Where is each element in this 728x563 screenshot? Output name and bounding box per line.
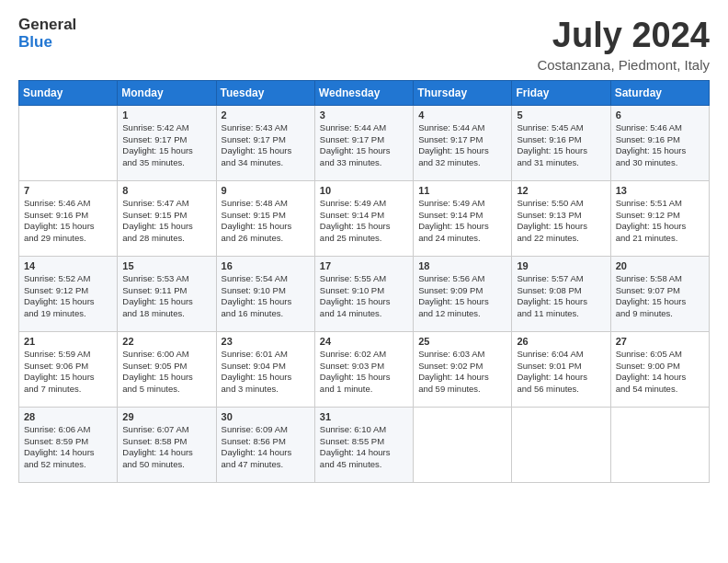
cell-w2-d5: 19Sunrise: 5:57 AM Sunset: 9:08 PM Dayli… [512, 256, 610, 331]
cell-content: Sunrise: 5:58 AM Sunset: 9:07 PM Dayligh… [616, 273, 704, 320]
cell-w2-d3: 17Sunrise: 5:55 AM Sunset: 9:10 PM Dayli… [314, 256, 413, 331]
header-sunday: Sunday [19, 80, 118, 105]
cell-content: Sunrise: 5:46 AM Sunset: 9:16 PM Dayligh… [616, 122, 704, 169]
calendar-body: 1Sunrise: 5:42 AM Sunset: 9:17 PM Daylig… [19, 105, 710, 482]
day-number: 16 [222, 260, 310, 271]
day-number: 11 [418, 185, 506, 196]
day-number: 5 [517, 109, 605, 121]
cell-content: Sunrise: 5:55 AM Sunset: 9:10 PM Dayligh… [320, 273, 408, 320]
cell-w4-d1: 29Sunrise: 6:07 AM Sunset: 8:58 PM Dayli… [118, 407, 216, 482]
title-block: July 2024 Costanzana, Piedmont, Italy [537, 17, 710, 73]
cell-content: Sunrise: 6:05 AM Sunset: 9:00 PM Dayligh… [616, 349, 704, 396]
day-number: 21 [24, 336, 112, 347]
logo: General Blue [18, 17, 76, 51]
cell-content: Sunrise: 5:48 AM Sunset: 9:15 PM Dayligh… [222, 198, 310, 245]
week-row-0: 1Sunrise: 5:42 AM Sunset: 9:17 PM Daylig… [19, 105, 710, 180]
day-number: 26 [517, 336, 605, 347]
cell-content: Sunrise: 6:03 AM Sunset: 9:02 PM Dayligh… [418, 349, 506, 396]
cell-w2-d0: 14Sunrise: 5:52 AM Sunset: 9:12 PM Dayli… [19, 256, 118, 331]
day-number: 4 [418, 109, 506, 121]
day-number: 19 [517, 260, 605, 271]
header-friday: Friday [512, 80, 610, 105]
day-number: 30 [222, 411, 310, 422]
day-number: 13 [616, 185, 704, 196]
cell-w2-d1: 15Sunrise: 5:53 AM Sunset: 9:11 PM Dayli… [118, 256, 216, 331]
day-number: 2 [222, 109, 310, 121]
logo-general: General [18, 17, 76, 34]
cell-content: Sunrise: 6:04 AM Sunset: 9:01 PM Dayligh… [517, 349, 605, 396]
cell-w0-d1: 1Sunrise: 5:42 AM Sunset: 9:17 PM Daylig… [118, 105, 216, 180]
cell-w3-d0: 21Sunrise: 5:59 AM Sunset: 9:06 PM Dayli… [19, 331, 118, 407]
cell-content: Sunrise: 5:49 AM Sunset: 9:14 PM Dayligh… [418, 198, 506, 245]
header: General Blue July 2024 Costanzana, Piedm… [18, 17, 710, 73]
cell-w0-d2: 2Sunrise: 5:43 AM Sunset: 9:17 PM Daylig… [216, 105, 314, 180]
day-number: 22 [122, 336, 210, 347]
cell-w0-d4: 4Sunrise: 5:44 AM Sunset: 9:17 PM Daylig… [414, 105, 512, 180]
cell-w3-d2: 23Sunrise: 6:01 AM Sunset: 9:04 PM Dayli… [216, 331, 314, 407]
header-row: SundayMondayTuesdayWednesdayThursdayFrid… [19, 80, 710, 105]
cell-w4-d4 [414, 407, 512, 482]
day-number: 24 [320, 336, 408, 347]
day-number: 7 [24, 185, 112, 196]
cell-w0-d6: 6Sunrise: 5:46 AM Sunset: 9:16 PM Daylig… [610, 105, 709, 180]
header-thursday: Thursday [414, 80, 512, 105]
day-number: 14 [24, 260, 112, 271]
cell-w3-d6: 27Sunrise: 6:05 AM Sunset: 9:00 PM Dayli… [610, 331, 709, 407]
cell-w3-d5: 26Sunrise: 6:04 AM Sunset: 9:01 PM Dayli… [512, 331, 610, 407]
day-number: 31 [320, 411, 408, 422]
cell-content: Sunrise: 6:02 AM Sunset: 9:03 PM Dayligh… [320, 349, 408, 396]
cell-w4-d2: 30Sunrise: 6:09 AM Sunset: 8:56 PM Dayli… [216, 407, 314, 482]
calendar-table: SundayMondayTuesdayWednesdayThursdayFrid… [18, 80, 710, 483]
cell-content: Sunrise: 5:51 AM Sunset: 9:12 PM Dayligh… [616, 198, 704, 245]
cell-content: Sunrise: 5:44 AM Sunset: 9:17 PM Dayligh… [418, 122, 506, 169]
day-number: 15 [122, 260, 210, 271]
cell-content: Sunrise: 5:54 AM Sunset: 9:10 PM Dayligh… [222, 273, 310, 320]
day-number: 23 [222, 336, 310, 347]
cell-w4-d3: 31Sunrise: 6:10 AM Sunset: 8:55 PM Dayli… [314, 407, 413, 482]
cell-content: Sunrise: 5:53 AM Sunset: 9:11 PM Dayligh… [122, 273, 210, 320]
cell-content: Sunrise: 6:07 AM Sunset: 8:58 PM Dayligh… [122, 424, 210, 471]
month-title: July 2024 [537, 17, 710, 55]
cell-content: Sunrise: 5:52 AM Sunset: 9:12 PM Dayligh… [24, 273, 112, 320]
day-number: 8 [122, 185, 210, 196]
cell-content: Sunrise: 5:49 AM Sunset: 9:14 PM Dayligh… [320, 198, 408, 245]
day-number: 17 [320, 260, 408, 271]
cell-w4-d5 [512, 407, 610, 482]
calendar-header: SundayMondayTuesdayWednesdayThursdayFrid… [19, 80, 710, 105]
day-number: 6 [616, 109, 704, 121]
cell-w0-d3: 3Sunrise: 5:44 AM Sunset: 9:17 PM Daylig… [314, 105, 413, 180]
cell-content: Sunrise: 5:59 AM Sunset: 9:06 PM Dayligh… [24, 349, 112, 396]
location: Costanzana, Piedmont, Italy [537, 57, 710, 73]
cell-w1-d3: 10Sunrise: 5:49 AM Sunset: 9:14 PM Dayli… [314, 180, 413, 256]
day-number: 28 [24, 411, 112, 422]
week-row-3: 21Sunrise: 5:59 AM Sunset: 9:06 PM Dayli… [19, 331, 710, 407]
cell-w0-d5: 5Sunrise: 5:45 AM Sunset: 9:16 PM Daylig… [512, 105, 610, 180]
header-wednesday: Wednesday [314, 80, 413, 105]
day-number: 18 [418, 260, 506, 271]
cell-w1-d4: 11Sunrise: 5:49 AM Sunset: 9:14 PM Dayli… [414, 180, 512, 256]
day-number: 12 [517, 185, 605, 196]
cell-content: Sunrise: 5:42 AM Sunset: 9:17 PM Dayligh… [122, 122, 210, 169]
cell-w3-d4: 25Sunrise: 6:03 AM Sunset: 9:02 PM Dayli… [414, 331, 512, 407]
cell-w1-d6: 13Sunrise: 5:51 AM Sunset: 9:12 PM Dayli… [610, 180, 709, 256]
cell-w1-d1: 8Sunrise: 5:47 AM Sunset: 9:15 PM Daylig… [118, 180, 216, 256]
cell-w3-d1: 22Sunrise: 6:00 AM Sunset: 9:05 PM Dayli… [118, 331, 216, 407]
cell-w2-d6: 20Sunrise: 5:58 AM Sunset: 9:07 PM Dayli… [610, 256, 709, 331]
day-number: 9 [222, 185, 310, 196]
cell-w1-d2: 9Sunrise: 5:48 AM Sunset: 9:15 PM Daylig… [216, 180, 314, 256]
header-saturday: Saturday [610, 80, 709, 105]
day-number: 27 [616, 336, 704, 347]
cell-content: Sunrise: 5:57 AM Sunset: 9:08 PM Dayligh… [517, 273, 605, 320]
cell-content: Sunrise: 5:56 AM Sunset: 9:09 PM Dayligh… [418, 273, 506, 320]
cell-w2-d2: 16Sunrise: 5:54 AM Sunset: 9:10 PM Dayli… [216, 256, 314, 331]
cell-content: Sunrise: 6:09 AM Sunset: 8:56 PM Dayligh… [222, 424, 310, 471]
logo-blue: Blue [18, 34, 76, 52]
week-row-4: 28Sunrise: 6:06 AM Sunset: 8:59 PM Dayli… [19, 407, 710, 482]
cell-content: Sunrise: 6:00 AM Sunset: 9:05 PM Dayligh… [122, 349, 210, 396]
header-tuesday: Tuesday [216, 80, 314, 105]
day-number: 3 [320, 109, 408, 121]
day-number: 25 [418, 336, 506, 347]
day-number: 29 [122, 411, 210, 422]
cell-content: Sunrise: 6:06 AM Sunset: 8:59 PM Dayligh… [24, 424, 112, 471]
header-monday: Monday [118, 80, 216, 105]
